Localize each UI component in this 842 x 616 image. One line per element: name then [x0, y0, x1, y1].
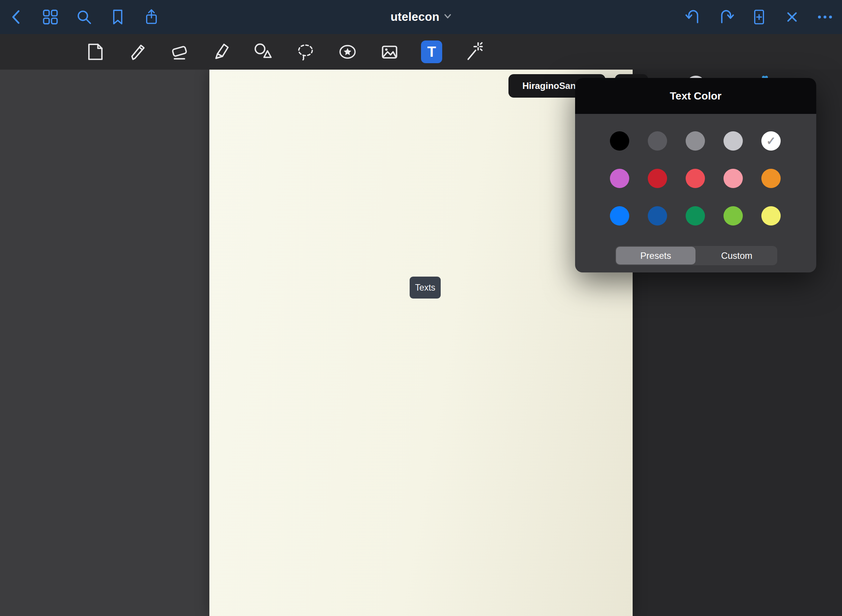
back-button[interactable] — [8, 8, 26, 26]
more-ellipsis-icon — [816, 8, 834, 26]
popover-header: Text Color — [575, 78, 816, 114]
eraser-tool-button[interactable] — [169, 34, 190, 70]
swatch-dark-red[interactable] — [648, 169, 667, 188]
shapes-tool-icon — [253, 41, 274, 63]
document-tool-icon — [84, 41, 106, 63]
laser-pointer-tool-button[interactable] — [463, 34, 484, 70]
undo-icon — [685, 8, 702, 26]
thumbnails-grid-icon — [42, 8, 59, 26]
redo-button[interactable] — [717, 8, 735, 26]
swatch-dark-blue[interactable] — [648, 206, 667, 226]
popover-title: Text Color — [670, 90, 721, 102]
swatch-white[interactable]: ✓ — [761, 131, 781, 151]
close-icon — [783, 8, 801, 26]
highlighter-tool-button[interactable] — [211, 34, 232, 70]
presets-custom-segmented: Presets Custom — [615, 246, 777, 265]
image-tool-button[interactable] — [379, 34, 400, 70]
selected-check-icon: ✓ — [766, 135, 776, 147]
highlighter-tool-icon — [210, 41, 232, 63]
swatch-blue[interactable] — [610, 206, 629, 226]
top-navigation-bar: utelecon — [0, 0, 842, 34]
nav-left-group — [8, 0, 161, 34]
add-page-button[interactable] — [750, 8, 768, 26]
text-tool-button[interactable]: T — [421, 34, 442, 70]
swatch-black[interactable] — [610, 131, 629, 151]
note-page-canvas[interactable]: Texts — [209, 70, 633, 616]
image-tool-icon — [379, 41, 401, 63]
document-title: utelecon — [390, 10, 439, 24]
lasso-tool-icon — [295, 41, 317, 63]
swatch-red[interactable] — [686, 169, 705, 188]
bookmark-icon — [109, 8, 126, 26]
tool-toolbar: T HiraginoSans-... 16 — [0, 34, 842, 70]
back-chevron-icon — [8, 8, 25, 26]
close-button[interactable] — [783, 8, 801, 26]
swatch-light-gray[interactable] — [723, 131, 743, 151]
text-color-popover: Text Color ✓ Presets Custom — [575, 78, 816, 272]
lasso-tool-button[interactable] — [295, 34, 316, 70]
swatch-dark-gray[interactable] — [648, 131, 667, 151]
document-title-button[interactable]: utelecon — [390, 0, 451, 34]
swatch-purple[interactable] — [610, 169, 629, 188]
laser-pointer-icon — [463, 41, 485, 63]
add-page-icon — [750, 8, 768, 26]
share-button[interactable] — [142, 8, 161, 26]
eraser-tool-icon — [168, 41, 190, 63]
swatch-row — [610, 206, 781, 226]
thumbnails-button[interactable] — [41, 8, 59, 26]
custom-tab[interactable]: Custom — [697, 247, 777, 264]
search-button[interactable] — [75, 8, 93, 26]
shapes-tool-button[interactable] — [253, 34, 274, 70]
selected-text-object[interactable]: Texts — [410, 277, 441, 299]
swatch-orange[interactable] — [761, 169, 781, 188]
elements-star-icon — [337, 41, 359, 63]
undo-button[interactable] — [684, 8, 702, 26]
swatch-green[interactable] — [686, 206, 705, 226]
pen-tool-button[interactable] — [127, 34, 148, 70]
bookmark-button[interactable] — [109, 8, 127, 26]
document-tool-button[interactable] — [85, 34, 106, 70]
share-icon — [143, 8, 160, 26]
swatch-grid: ✓ — [610, 131, 781, 226]
swatch-light-green[interactable] — [723, 206, 743, 226]
swatch-gray[interactable] — [686, 131, 705, 151]
presets-tab[interactable]: Presets — [616, 247, 695, 264]
title-chevron-down-icon — [444, 14, 452, 20]
elements-tool-button[interactable] — [337, 34, 358, 70]
redo-icon — [717, 8, 735, 26]
swatch-row: ✓ — [610, 131, 781, 151]
search-icon — [75, 8, 93, 26]
text-tool-tile: T — [421, 40, 442, 63]
tool-group: T — [85, 34, 484, 70]
swatch-row — [610, 169, 781, 188]
nav-right-group — [684, 0, 834, 34]
pen-tool-icon — [126, 41, 148, 63]
more-button[interactable] — [816, 8, 834, 26]
swatch-yellow[interactable] — [761, 206, 781, 226]
goodnotes-app-window: Texts — [0, 0, 842, 616]
swatch-pink[interactable] — [723, 169, 743, 188]
